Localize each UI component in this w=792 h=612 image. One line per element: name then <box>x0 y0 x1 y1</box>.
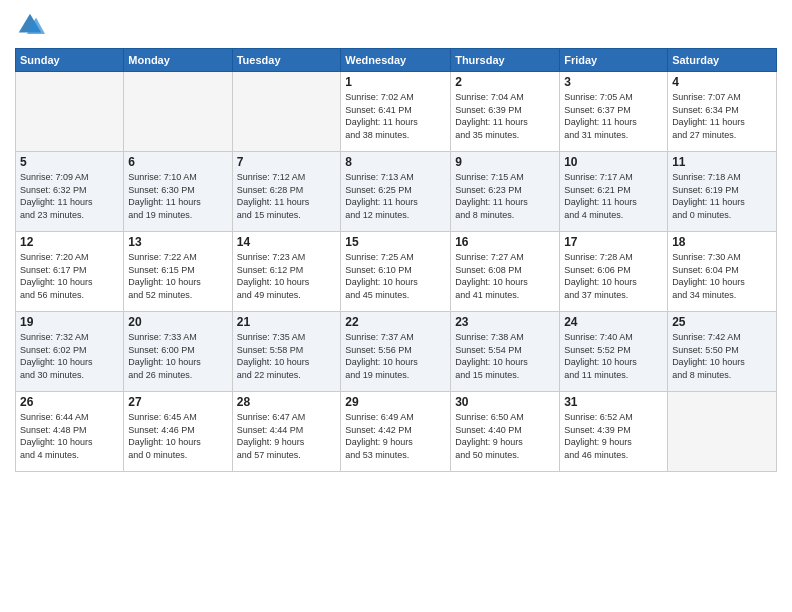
day-number: 31 <box>564 395 663 409</box>
day-info: Sunrise: 7:07 AMSunset: 6:34 PMDaylight:… <box>672 91 772 141</box>
day-number: 13 <box>128 235 227 249</box>
day-info: Sunrise: 6:47 AMSunset: 4:44 PMDaylight:… <box>237 411 337 461</box>
calendar-cell: 12Sunrise: 7:20 AMSunset: 6:17 PMDayligh… <box>16 232 124 312</box>
day-number: 14 <box>237 235 337 249</box>
calendar-cell: 5Sunrise: 7:09 AMSunset: 6:32 PMDaylight… <box>16 152 124 232</box>
calendar-cell: 6Sunrise: 7:10 AMSunset: 6:30 PMDaylight… <box>124 152 232 232</box>
day-info: Sunrise: 6:50 AMSunset: 4:40 PMDaylight:… <box>455 411 555 461</box>
calendar-cell <box>124 72 232 152</box>
calendar-week-1: 1Sunrise: 7:02 AMSunset: 6:41 PMDaylight… <box>16 72 777 152</box>
day-info: Sunrise: 7:27 AMSunset: 6:08 PMDaylight:… <box>455 251 555 301</box>
calendar-cell: 23Sunrise: 7:38 AMSunset: 5:54 PMDayligh… <box>451 312 560 392</box>
weekday-header-sunday: Sunday <box>16 49 124 72</box>
day-info: Sunrise: 7:42 AMSunset: 5:50 PMDaylight:… <box>672 331 772 381</box>
day-number: 3 <box>564 75 663 89</box>
day-number: 6 <box>128 155 227 169</box>
day-info: Sunrise: 7:25 AMSunset: 6:10 PMDaylight:… <box>345 251 446 301</box>
calendar-cell: 11Sunrise: 7:18 AMSunset: 6:19 PMDayligh… <box>668 152 777 232</box>
calendar-cell: 8Sunrise: 7:13 AMSunset: 6:25 PMDaylight… <box>341 152 451 232</box>
day-info: Sunrise: 7:22 AMSunset: 6:15 PMDaylight:… <box>128 251 227 301</box>
day-number: 22 <box>345 315 446 329</box>
day-info: Sunrise: 7:33 AMSunset: 6:00 PMDaylight:… <box>128 331 227 381</box>
calendar-cell: 31Sunrise: 6:52 AMSunset: 4:39 PMDayligh… <box>560 392 668 472</box>
logo-icon <box>15 10 45 40</box>
page-container: SundayMondayTuesdayWednesdayThursdayFrid… <box>0 0 792 482</box>
day-number: 25 <box>672 315 772 329</box>
day-info: Sunrise: 7:13 AMSunset: 6:25 PMDaylight:… <box>345 171 446 221</box>
calendar-cell: 27Sunrise: 6:45 AMSunset: 4:46 PMDayligh… <box>124 392 232 472</box>
day-number: 23 <box>455 315 555 329</box>
day-info: Sunrise: 7:04 AMSunset: 6:39 PMDaylight:… <box>455 91 555 141</box>
day-number: 15 <box>345 235 446 249</box>
page-header <box>15 10 777 40</box>
day-info: Sunrise: 7:17 AMSunset: 6:21 PMDaylight:… <box>564 171 663 221</box>
day-info: Sunrise: 6:44 AMSunset: 4:48 PMDaylight:… <box>20 411 119 461</box>
calendar-cell: 4Sunrise: 7:07 AMSunset: 6:34 PMDaylight… <box>668 72 777 152</box>
calendar-table: SundayMondayTuesdayWednesdayThursdayFrid… <box>15 48 777 472</box>
day-number: 26 <box>20 395 119 409</box>
day-info: Sunrise: 6:52 AMSunset: 4:39 PMDaylight:… <box>564 411 663 461</box>
calendar-cell: 7Sunrise: 7:12 AMSunset: 6:28 PMDaylight… <box>232 152 341 232</box>
calendar-cell: 28Sunrise: 6:47 AMSunset: 4:44 PMDayligh… <box>232 392 341 472</box>
day-info: Sunrise: 7:32 AMSunset: 6:02 PMDaylight:… <box>20 331 119 381</box>
day-number: 5 <box>20 155 119 169</box>
day-info: Sunrise: 7:20 AMSunset: 6:17 PMDaylight:… <box>20 251 119 301</box>
calendar-week-4: 19Sunrise: 7:32 AMSunset: 6:02 PMDayligh… <box>16 312 777 392</box>
day-number: 28 <box>237 395 337 409</box>
calendar-cell <box>16 72 124 152</box>
calendar-cell: 18Sunrise: 7:30 AMSunset: 6:04 PMDayligh… <box>668 232 777 312</box>
calendar-cell: 19Sunrise: 7:32 AMSunset: 6:02 PMDayligh… <box>16 312 124 392</box>
day-info: Sunrise: 7:38 AMSunset: 5:54 PMDaylight:… <box>455 331 555 381</box>
weekday-header-monday: Monday <box>124 49 232 72</box>
calendar-cell: 16Sunrise: 7:27 AMSunset: 6:08 PMDayligh… <box>451 232 560 312</box>
day-number: 29 <box>345 395 446 409</box>
day-number: 24 <box>564 315 663 329</box>
day-number: 18 <box>672 235 772 249</box>
calendar-cell <box>668 392 777 472</box>
weekday-header-tuesday: Tuesday <box>232 49 341 72</box>
calendar-cell: 3Sunrise: 7:05 AMSunset: 6:37 PMDaylight… <box>560 72 668 152</box>
day-number: 11 <box>672 155 772 169</box>
day-number: 2 <box>455 75 555 89</box>
calendar-cell: 10Sunrise: 7:17 AMSunset: 6:21 PMDayligh… <box>560 152 668 232</box>
calendar-cell: 30Sunrise: 6:50 AMSunset: 4:40 PMDayligh… <box>451 392 560 472</box>
calendar-cell: 26Sunrise: 6:44 AMSunset: 4:48 PMDayligh… <box>16 392 124 472</box>
day-info: Sunrise: 7:30 AMSunset: 6:04 PMDaylight:… <box>672 251 772 301</box>
day-number: 21 <box>237 315 337 329</box>
day-info: Sunrise: 7:37 AMSunset: 5:56 PMDaylight:… <box>345 331 446 381</box>
day-info: Sunrise: 7:23 AMSunset: 6:12 PMDaylight:… <box>237 251 337 301</box>
calendar-cell: 2Sunrise: 7:04 AMSunset: 6:39 PMDaylight… <box>451 72 560 152</box>
day-info: Sunrise: 7:15 AMSunset: 6:23 PMDaylight:… <box>455 171 555 221</box>
day-info: Sunrise: 7:40 AMSunset: 5:52 PMDaylight:… <box>564 331 663 381</box>
day-info: Sunrise: 7:05 AMSunset: 6:37 PMDaylight:… <box>564 91 663 141</box>
weekday-header-friday: Friday <box>560 49 668 72</box>
calendar-cell: 25Sunrise: 7:42 AMSunset: 5:50 PMDayligh… <box>668 312 777 392</box>
day-info: Sunrise: 6:49 AMSunset: 4:42 PMDaylight:… <box>345 411 446 461</box>
day-info: Sunrise: 7:35 AMSunset: 5:58 PMDaylight:… <box>237 331 337 381</box>
day-number: 17 <box>564 235 663 249</box>
day-info: Sunrise: 7:09 AMSunset: 6:32 PMDaylight:… <box>20 171 119 221</box>
day-number: 30 <box>455 395 555 409</box>
day-info: Sunrise: 7:28 AMSunset: 6:06 PMDaylight:… <box>564 251 663 301</box>
calendar-week-5: 26Sunrise: 6:44 AMSunset: 4:48 PMDayligh… <box>16 392 777 472</box>
calendar-cell <box>232 72 341 152</box>
day-number: 9 <box>455 155 555 169</box>
day-number: 8 <box>345 155 446 169</box>
day-number: 20 <box>128 315 227 329</box>
calendar-cell: 22Sunrise: 7:37 AMSunset: 5:56 PMDayligh… <box>341 312 451 392</box>
day-number: 12 <box>20 235 119 249</box>
day-info: Sunrise: 7:18 AMSunset: 6:19 PMDaylight:… <box>672 171 772 221</box>
day-number: 1 <box>345 75 446 89</box>
day-info: Sunrise: 6:45 AMSunset: 4:46 PMDaylight:… <box>128 411 227 461</box>
day-number: 7 <box>237 155 337 169</box>
calendar-cell: 17Sunrise: 7:28 AMSunset: 6:06 PMDayligh… <box>560 232 668 312</box>
day-info: Sunrise: 7:10 AMSunset: 6:30 PMDaylight:… <box>128 171 227 221</box>
calendar-week-3: 12Sunrise: 7:20 AMSunset: 6:17 PMDayligh… <box>16 232 777 312</box>
logo <box>15 10 49 40</box>
day-number: 4 <box>672 75 772 89</box>
weekday-header-thursday: Thursday <box>451 49 560 72</box>
calendar-cell: 1Sunrise: 7:02 AMSunset: 6:41 PMDaylight… <box>341 72 451 152</box>
calendar-cell: 13Sunrise: 7:22 AMSunset: 6:15 PMDayligh… <box>124 232 232 312</box>
calendar-cell: 29Sunrise: 6:49 AMSunset: 4:42 PMDayligh… <box>341 392 451 472</box>
weekday-header-wednesday: Wednesday <box>341 49 451 72</box>
